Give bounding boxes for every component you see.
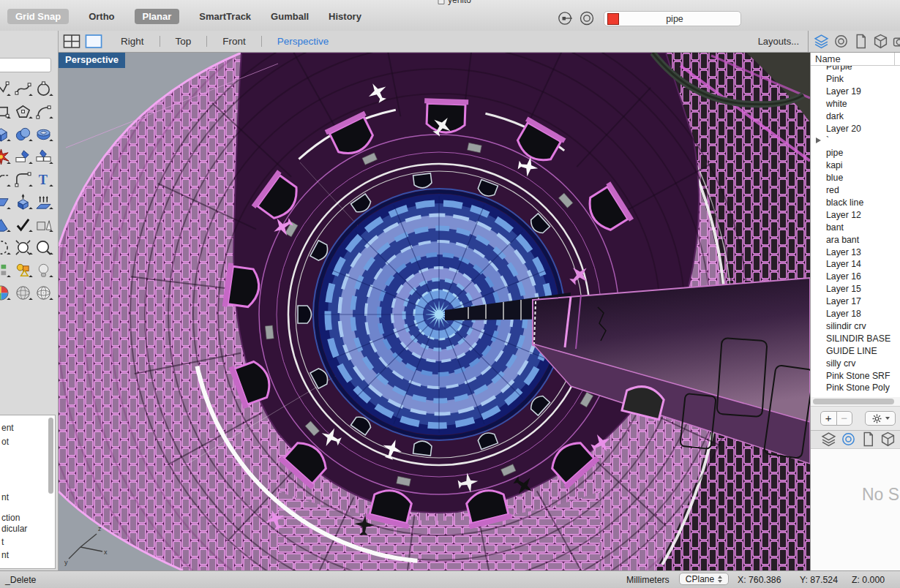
layer-row[interactable]: Layer 15 [811, 284, 900, 296]
wireframe-sphere-tool[interactable] [35, 284, 53, 302]
layer-row[interactable]: Layer 18 [811, 309, 900, 321]
popup-item[interactable]: dicular [1, 524, 27, 534]
popup-item[interactable]: ent [1, 423, 14, 433]
view-tab-front[interactable]: Front [207, 36, 261, 47]
explode-tool[interactable] [0, 148, 10, 166]
layers-header[interactable]: Name [811, 53, 900, 66]
view-tab-perspective[interactable]: Perspective [262, 36, 345, 47]
target-icon[interactable] [841, 431, 857, 448]
layer-row[interactable]: GUIDE LINE [811, 346, 900, 358]
layer-row[interactable]: silly crv [811, 358, 900, 371]
extrude-surface-tool[interactable] [35, 194, 53, 211]
rectangle-tool[interactable] [0, 103, 10, 121]
layer-row[interactable]: Pink [811, 74, 900, 86]
boolean-tool[interactable] [35, 216, 53, 234]
popup-item[interactable]: ot [1, 437, 9, 447]
fillet-tool[interactable] [15, 171, 32, 189]
polyline-tool[interactable] [0, 80, 10, 98]
trim-tool[interactable] [15, 148, 32, 166]
layer-row[interactable]: Pink Stone SRF [811, 371, 900, 383]
mode-planar[interactable]: Planar [135, 9, 180, 24]
page-icon[interactable] [853, 34, 869, 50]
surface-plane-tool[interactable] [0, 194, 10, 211]
box-icon[interactable] [873, 34, 889, 50]
layers-icon[interactable] [814, 34, 830, 50]
group-tool[interactable] [15, 262, 32, 279]
layer-row[interactable]: pipe [811, 148, 900, 160]
mode-gumball[interactable]: Gumball [271, 11, 309, 22]
target-icon[interactable] [833, 34, 850, 50]
layer-row[interactable]: white [811, 99, 900, 111]
command-input[interactable] [0, 58, 51, 72]
color-wheel-tool[interactable] [0, 284, 10, 302]
layer-row[interactable]: kapi [811, 160, 900, 173]
four-viewports-icon[interactable] [63, 34, 80, 51]
page-icon[interactable] [860, 431, 877, 448]
text-tool[interactable]: T [35, 171, 53, 189]
layer-row[interactable]: Layer 13 [811, 247, 900, 260]
box-tool[interactable] [0, 126, 10, 143]
layer-row[interactable]: ara bant [811, 235, 900, 247]
check-tool[interactable] [15, 216, 32, 234]
layer-row[interactable]: Layer 20 [811, 124, 900, 136]
view-tab-top[interactable]: Top [160, 36, 207, 47]
box-icon[interactable] [880, 431, 896, 448]
scroll-thumb[interactable] [813, 399, 894, 404]
layer-row[interactable]: black line [811, 197, 900, 210]
layer-row[interactable]: ` [811, 135, 900, 148]
popup-item[interactable]: t [1, 537, 4, 547]
remove-layer-button[interactable]: − [836, 412, 852, 425]
viewport-title[interactable]: Perspective [59, 53, 125, 68]
viewport[interactable]: xyz Perspective [59, 53, 810, 570]
wedge-tool[interactable] [0, 216, 10, 234]
popup-item[interactable]: ction [1, 513, 20, 523]
layer-row[interactable]: Layer 12 [811, 210, 900, 222]
target-icon[interactable] [579, 10, 595, 26]
lightbulb-tool[interactable] [35, 262, 53, 279]
popup-scrollbar[interactable] [48, 418, 53, 494]
circle-tool[interactable] [35, 80, 53, 98]
single-viewport-icon[interactable] [85, 34, 102, 51]
popup-item[interactable]: nt [1, 550, 9, 560]
cplane-dropdown[interactable]: CPlane [679, 573, 729, 585]
polygon-tool[interactable] [15, 103, 32, 121]
camera-icon[interactable] [893, 34, 900, 50]
add-layer-button[interactable]: + [821, 412, 836, 425]
column-divider[interactable] [894, 53, 895, 65]
section-pin-icon[interactable] [558, 10, 574, 26]
arc-tool[interactable] [35, 103, 53, 121]
layer-row[interactable]: silindir crv [811, 321, 900, 333]
sphere-tool[interactable] [15, 126, 32, 143]
layer-row[interactable]: bant [811, 222, 900, 235]
3d-scene[interactable]: xyz [59, 53, 810, 570]
mode-ortho[interactable]: Ortho [89, 11, 114, 22]
mode-grid-snap[interactable]: Grid Snap [7, 9, 69, 24]
mode-smarttrack[interactable]: SmartTrack [199, 11, 251, 22]
shaded-sphere-tool[interactable] [15, 284, 32, 302]
popup-item[interactable]: nt [1, 492, 9, 502]
mode-history[interactable]: History [329, 11, 361, 22]
view-tab-right[interactable]: Right [105, 36, 160, 47]
units-pane[interactable]: Millimeters [626, 575, 670, 585]
layer-row[interactable]: blue [811, 173, 900, 185]
control-point-curve-tool[interactable] [15, 80, 32, 98]
zoom-tool[interactable] [35, 239, 53, 257]
layers-icon[interactable] [821, 431, 837, 448]
disclosure-triangle-icon[interactable] [816, 137, 821, 143]
layer-row[interactable]: Layer 17 [811, 296, 900, 309]
layer-row[interactable]: Pink Stone Poly [811, 382, 900, 395]
layer-row[interactable]: SILINDIR BASE [811, 333, 900, 346]
active-layer-field[interactable]: pipe [604, 11, 741, 26]
blend-curve-tool[interactable] [0, 171, 10, 189]
layer-options-button[interactable] [865, 411, 896, 426]
lasso-select-tool[interactable] [0, 239, 10, 257]
layers-hscrollbar[interactable] [811, 397, 900, 406]
layer-row[interactable]: red [811, 185, 900, 197]
layer-row[interactable]: Layer 14 [811, 259, 900, 271]
layouts-button[interactable]: Layouts... [758, 36, 799, 47]
torus-tool[interactable] [35, 126, 53, 143]
zoom-window-tool[interactable] [15, 239, 32, 257]
split-tool[interactable] [35, 148, 53, 166]
layer-states-tool[interactable] [0, 262, 10, 279]
extrude-box-tool[interactable] [15, 194, 32, 211]
